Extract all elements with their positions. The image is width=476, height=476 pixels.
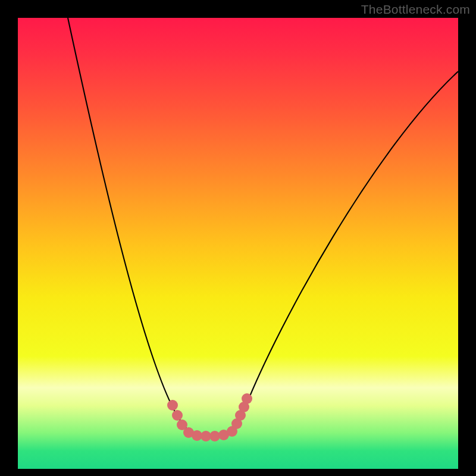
chart-frame: TheBottleneck.com [0,0,476,476]
optimal-point-marker [172,410,183,421]
plot-svg [18,18,458,469]
watermark-text: TheBottleneck.com [361,2,470,17]
optimal-point-marker [242,393,252,404]
gradient-background [18,18,458,469]
optimal-point-marker [167,400,178,411]
bottleneck-plot [18,18,458,469]
